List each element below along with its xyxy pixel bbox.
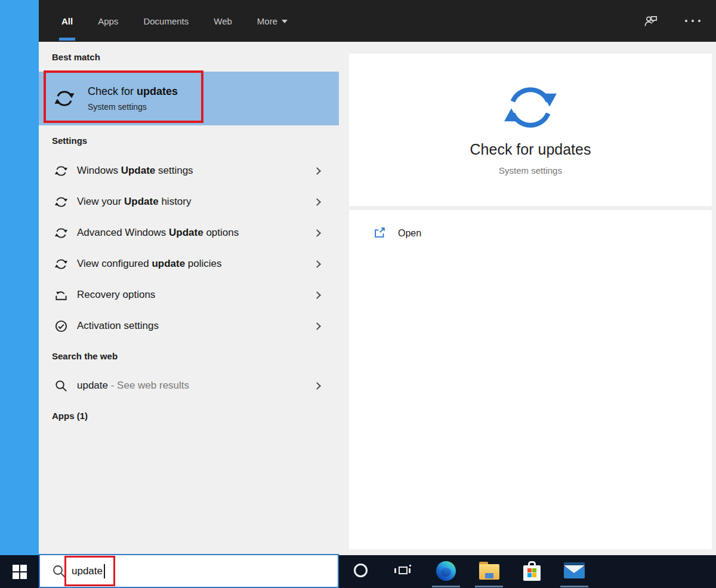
label-post: policies	[185, 258, 221, 269]
chevron-right-icon	[313, 198, 321, 206]
tab-more-label: More	[257, 16, 277, 26]
label-bold: Update	[121, 165, 156, 176]
chevron-right-icon	[313, 229, 321, 237]
search-query-text: update	[72, 565, 103, 577]
result-check-for-updates[interactable]: Check for updates System settings	[39, 72, 339, 125]
result-view-update-history[interactable]: View your Update history	[39, 186, 339, 217]
preview-panel: Check for updates System settings Open	[339, 42, 716, 555]
result-windows-update-settings[interactable]: Windows Update settings	[39, 155, 339, 186]
result-label: Activation settings	[77, 320, 314, 332]
label-bold: update	[152, 258, 185, 269]
preview-actions-card: Open	[349, 210, 712, 549]
tab-web-label: Web	[214, 16, 232, 26]
best-match-subtitle: System settings	[88, 102, 178, 112]
result-label: View your Update history	[77, 196, 314, 208]
preview-subtitle: System settings	[499, 165, 562, 176]
chevron-right-icon	[313, 167, 321, 175]
tab-documents-label: Documents	[143, 16, 189, 26]
label-post: settings	[155, 165, 193, 176]
chevron-right-icon	[313, 291, 321, 299]
tab-web[interactable]: Web	[212, 0, 234, 42]
launch-icon	[373, 226, 387, 241]
recovery-icon	[53, 287, 69, 303]
label-pre: View your	[77, 196, 124, 207]
preview-card: Check for updates System settings	[349, 54, 712, 206]
running-indicator-mail	[560, 586, 588, 587]
taskbar-search-box[interactable]: update	[39, 554, 339, 588]
result-label: Advanced Windows Update options	[77, 227, 314, 239]
result-advanced-windows-update-options[interactable]: Advanced Windows Update options	[39, 217, 339, 248]
feedback-icon[interactable]	[643, 13, 659, 29]
sync-icon	[53, 163, 69, 178]
filter-tabs: All Apps Documents Web More	[39, 0, 289, 42]
label-pre: Windows	[77, 165, 121, 176]
checkmark-circle-icon	[53, 318, 69, 334]
result-view-configured-update-policies[interactable]: View configured update policies	[39, 248, 339, 279]
start-button[interactable]	[0, 555, 39, 588]
settings-section-header: Settings	[39, 125, 339, 155]
best-match-title: Check for updates	[88, 85, 178, 97]
best-match-text: Check for updates System settings	[88, 85, 178, 112]
mail-icon[interactable]	[564, 562, 585, 578]
tab-all[interactable]: All	[60, 0, 75, 42]
result-web-search-update[interactable]: update - See web results	[39, 370, 339, 401]
topbar-icons	[643, 0, 716, 42]
search-web-section-header: Search the web	[39, 341, 339, 370]
tab-more[interactable]: More	[255, 0, 289, 42]
screen: { "colors": { "accent_blue": "#3f8cdb", …	[0, 0, 716, 588]
desktop-background-strip	[0, 0, 39, 588]
tab-apps[interactable]: Apps	[96, 0, 120, 42]
label-bold: Update	[169, 227, 203, 238]
file-explorer-icon[interactable]	[479, 562, 499, 580]
web-hint: - See web results	[111, 380, 189, 391]
search-filter-bar: All Apps Documents Web More	[39, 0, 716, 42]
text-cursor	[104, 564, 105, 578]
label-pre: Advanced Windows	[77, 227, 169, 238]
sync-icon	[53, 225, 69, 241]
microsoft-store-icon[interactable]	[523, 565, 541, 581]
sync-icon-large	[502, 79, 559, 136]
open-label: Open	[398, 228, 421, 239]
running-indicator-edge	[432, 586, 460, 587]
ellipsis-icon[interactable]	[685, 20, 700, 22]
running-indicator-explorer	[475, 586, 503, 587]
best-match-title-bold: updates	[137, 85, 178, 97]
search-icon	[53, 378, 69, 393]
task-view-icon[interactable]	[394, 564, 412, 578]
web-query: update	[77, 380, 108, 391]
result-label: Windows Update settings	[77, 165, 314, 177]
search-input-value: update	[72, 564, 105, 578]
label-pre: View configured	[77, 258, 152, 269]
search-results-panel: Best match Check for updates System sett…	[39, 42, 339, 555]
sync-icon	[53, 256, 69, 272]
tab-documents[interactable]: Documents	[141, 0, 190, 42]
sync-icon	[53, 87, 76, 110]
windows-logo-icon	[13, 565, 27, 579]
apps-section-header: Apps (1)	[39, 401, 339, 430]
result-label: View configured update policies	[77, 258, 314, 270]
result-activation-settings[interactable]: Activation settings	[39, 310, 339, 341]
edge-browser-icon[interactable]	[436, 561, 456, 581]
best-match-header: Best match	[39, 42, 339, 72]
result-label: update - See web results	[77, 380, 314, 392]
result-recovery-options[interactable]: Recovery options	[39, 279, 339, 310]
label-post: history	[159, 196, 192, 207]
sync-icon	[53, 194, 69, 210]
chevron-down-icon	[282, 20, 288, 23]
best-match-title-pre: Check for	[88, 85, 137, 97]
chevron-right-icon	[313, 260, 321, 268]
tab-apps-label: Apps	[98, 16, 118, 26]
open-action[interactable]: Open	[349, 217, 712, 250]
label-post: options	[203, 227, 239, 238]
result-label: Recovery options	[77, 289, 314, 301]
label-bold: Update	[124, 196, 159, 207]
chevron-right-icon	[313, 322, 321, 330]
cortana-icon[interactable]	[354, 564, 368, 577]
search-icon	[52, 564, 66, 578]
tab-all-label: All	[61, 16, 73, 26]
chevron-right-icon	[313, 382, 321, 390]
preview-title: Check for updates	[470, 141, 591, 158]
